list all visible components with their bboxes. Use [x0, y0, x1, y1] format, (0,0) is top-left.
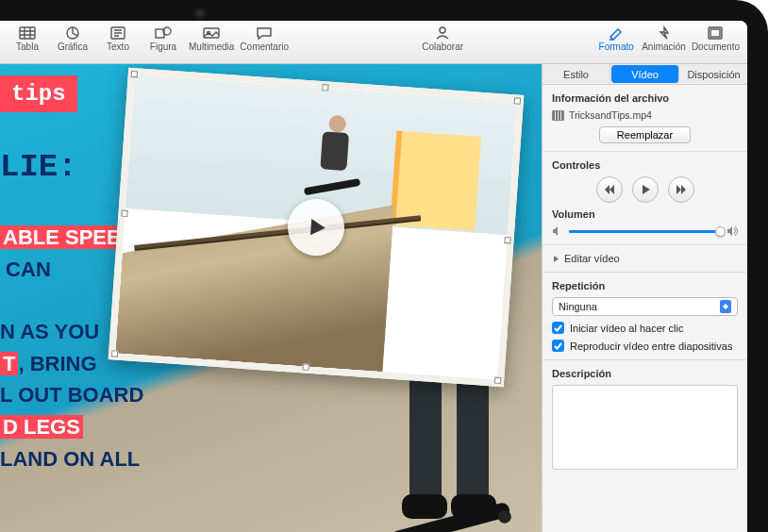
svg-rect-0	[20, 27, 35, 39]
toolbar-label: Animación	[642, 42, 686, 52]
volume-slider[interactable]	[569, 230, 721, 233]
toolbar-label: Documento	[692, 42, 740, 52]
chevron-right-icon	[552, 255, 560, 263]
toolbar-label: Formato	[599, 42, 634, 52]
svg-point-14	[440, 27, 445, 33]
forward-button[interactable]	[668, 176, 694, 203]
rewind-icon	[604, 184, 615, 195]
repeat-heading: Repetición	[552, 280, 738, 291]
format-icon	[607, 25, 626, 41]
description-textarea[interactable]	[552, 385, 738, 470]
text-icon	[109, 25, 127, 41]
select-stepper-icon	[720, 300, 731, 313]
table-icon	[18, 25, 37, 41]
toolbar-colaborar[interactable]: Colaborar	[422, 25, 463, 52]
resize-handle[interactable]	[504, 237, 510, 243]
inspector-tabs: Estilo Vídeo Disposición	[543, 64, 747, 85]
file-name: TricksandTips.mp4	[569, 109, 652, 121]
animate-icon	[655, 25, 674, 41]
shape-icon	[154, 25, 173, 41]
section-file-info: Información del archivo TricksandTips.mp…	[543, 85, 747, 152]
volume-low-icon	[552, 225, 563, 237]
toolbar-label: Figura	[150, 42, 176, 52]
play-icon	[303, 214, 329, 241]
slide-heading: LIE:	[0, 149, 77, 185]
repeat-select[interactable]: Ninguna	[552, 297, 738, 316]
description-heading: Descripción	[552, 368, 738, 379]
check-icon	[554, 341, 562, 350]
comment-icon	[255, 25, 274, 41]
check-icon	[554, 324, 562, 332]
collaborate-icon	[433, 25, 452, 41]
chart-icon	[63, 25, 82, 41]
rewind-button[interactable]	[596, 176, 623, 203]
toolbar-animacion[interactable]: Animación	[642, 25, 686, 52]
tab-disposicion[interactable]: Disposición	[680, 64, 747, 84]
toolbar-label: Colaborar	[422, 42, 463, 52]
checkbox-play-across-slides[interactable]	[552, 340, 564, 352]
resize-handle[interactable]	[514, 97, 521, 104]
format-inspector: Estilo Vídeo Disposición Información del…	[542, 64, 747, 532]
play-icon	[640, 184, 651, 195]
edit-video-disclosure[interactable]: Editar vídeo	[552, 253, 738, 264]
slide-canvas[interactable]: tips LIE: ABLE SPEED CAN N AS YOU T, BRI…	[0, 64, 542, 532]
toolbar-label: Multimedia	[189, 42, 234, 52]
toolbar-multimedia[interactable]: Multimedia	[189, 25, 234, 52]
volume-high-icon	[726, 225, 738, 237]
controls-heading: Controles	[552, 159, 738, 171]
toolbar-formato[interactable]: Formato	[596, 25, 636, 52]
toolbar-grafica[interactable]: Gráfica	[53, 25, 92, 52]
svg-rect-16	[710, 29, 720, 37]
toolbar-tabla[interactable]: Tabla	[8, 25, 47, 52]
tab-video[interactable]: Vídeo	[611, 65, 679, 83]
resize-handle[interactable]	[131, 71, 138, 77]
toolbar-label: Texto	[107, 42, 129, 52]
resize-handle[interactable]	[302, 363, 309, 370]
background-skater-legs	[408, 391, 491, 532]
slide-badge: tips	[0, 75, 77, 112]
play-button[interactable]	[632, 176, 659, 203]
volume-heading: Volumen	[552, 208, 738, 220]
file-info-heading: Información del archivo	[552, 92, 738, 104]
toolbar-figura[interactable]: Figura	[143, 25, 183, 52]
section-controls: Controles Volumen	[543, 152, 747, 245]
section-description: Descripción	[543, 360, 747, 477]
checkbox-label: Reproducir vídeo entre diapositivas	[570, 341, 732, 352]
document-icon	[706, 25, 725, 41]
resize-handle[interactable]	[111, 350, 118, 357]
video-object[interactable]	[109, 68, 525, 388]
resize-handle[interactable]	[494, 377, 501, 384]
repeat-value: Ninguna	[559, 301, 597, 312]
toolbar-texto[interactable]: Texto	[98, 25, 138, 52]
resize-handle[interactable]	[121, 210, 127, 217]
checkbox-label: Iniciar vídeo al hacer clic	[570, 323, 683, 334]
section-repeat: Repetición Ninguna Iniciar vídeo al hace…	[543, 273, 747, 360]
forward-icon	[676, 184, 687, 195]
resize-handle[interactable]	[322, 84, 328, 91]
toolbar-label: Tabla	[16, 42, 39, 52]
section-edit-video: Editar vídeo	[543, 245, 747, 273]
toolbar-documento[interactable]: Documento	[692, 25, 740, 52]
device-camera	[195, 8, 205, 18]
toolbar: Tabla Gráfica Texto Figura Multimedia	[0, 21, 747, 64]
movie-file-icon	[552, 110, 564, 121]
checkbox-start-on-click[interactable]	[552, 322, 564, 334]
media-icon	[202, 25, 221, 41]
toolbar-label: Gráfica	[58, 42, 88, 52]
replace-button[interactable]: Reemplazar	[599, 126, 691, 143]
toolbar-comentario[interactable]: Comentario	[240, 25, 289, 52]
toolbar-label: Comentario	[240, 42, 289, 52]
tab-estilo[interactable]: Estilo	[543, 64, 610, 84]
